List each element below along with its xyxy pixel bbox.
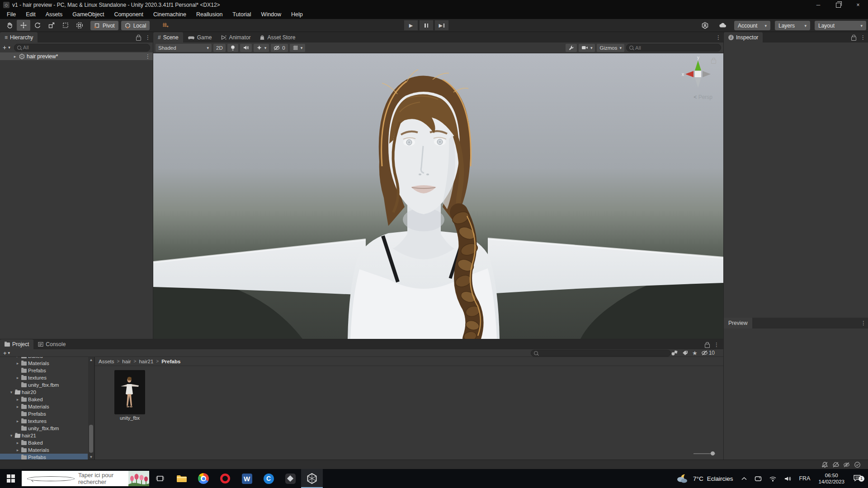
transform-tool-button[interactable] (73, 20, 86, 31)
scale-tool-button[interactable] (45, 20, 58, 31)
start-button[interactable] (0, 469, 22, 488)
hidden-icons-chevron[interactable] (737, 476, 751, 481)
menu-item[interactable]: Window (256, 10, 286, 19)
thumbnail-size-slider[interactable] (693, 451, 715, 456)
menu-item[interactable]: File (2, 10, 21, 19)
tab-project[interactable]: Project (0, 339, 33, 349)
minimize-button[interactable]: ─ (808, 0, 828, 10)
wifi-icon[interactable] (765, 476, 780, 482)
tree-content-divider[interactable] (94, 357, 95, 460)
scene-search-input[interactable]: All (626, 44, 721, 52)
pivot-toggle-button[interactable]: Pivot (90, 21, 118, 30)
layers-dropdown[interactable]: Layers▾ (775, 21, 810, 30)
tree-item[interactable]: ▸ textures (0, 374, 88, 381)
hand-tool-button[interactable] (3, 20, 16, 31)
hidden-objects-button[interactable]: 0 (271, 44, 288, 52)
taskbar-clock[interactable]: 06:50 14/02/2023 (814, 472, 849, 485)
scene-tab-menu-icon[interactable]: ⋮ (715, 34, 722, 41)
step-button[interactable]: ▶ (434, 20, 449, 31)
status-eye-icon[interactable] (843, 461, 850, 468)
taskbar-app-opera[interactable] (214, 469, 236, 488)
volume-icon[interactable] (780, 476, 795, 482)
taskbar-weather[interactable]: 7°C Eclaircies (671, 473, 737, 484)
tree-item[interactable]: Prefabs (0, 367, 88, 374)
disclosure-icon[interactable]: ▸ (15, 419, 20, 423)
tree-item[interactable]: ▾ hair21 (0, 432, 88, 439)
add-object-caret-icon[interactable]: ▾ (8, 45, 10, 50)
tree-item[interactable]: Prefabs (0, 454, 88, 460)
tree-item[interactable]: ▸ Baked (0, 396, 88, 403)
grid-snap-button[interactable] (159, 20, 172, 31)
inspector-menu-icon[interactable]: ⋮ (860, 34, 866, 41)
menu-item[interactable]: Help (286, 10, 308, 19)
preview-menu-icon[interactable]: ⋮ (860, 320, 867, 326)
scroll-down-icon[interactable]: ▼ (88, 455, 94, 459)
tool-settings-button[interactable] (566, 44, 577, 52)
restore-button[interactable] (828, 0, 848, 10)
asset-thumbnail[interactable] (114, 370, 145, 414)
taskbar-app-word[interactable]: W (236, 469, 258, 488)
grid-visibility-dropdown[interactable]: ▾ (290, 44, 306, 52)
disclosure-icon[interactable]: ▸ (15, 441, 20, 445)
disclosure-icon[interactable]: ▸ (15, 448, 20, 452)
hierarchy-menu-icon[interactable]: ⋮ (145, 34, 151, 41)
menu-item[interactable]: Component (109, 10, 148, 19)
create-asset-caret-icon[interactable]: ▾ (8, 351, 10, 355)
taskbar-app-unity-hub[interactable] (279, 469, 301, 488)
viewport-lock-icon[interactable] (711, 59, 716, 65)
breadcrumb-item[interactable]: hair21 (139, 359, 153, 364)
tree-item[interactable]: ▸ Materials (0, 446, 88, 454)
inspector-lock-icon[interactable] (851, 36, 856, 42)
tray-device-icon[interactable] (751, 476, 765, 482)
status-cloud-icon[interactable] (832, 461, 839, 468)
shading-mode-dropdown[interactable]: Shaded▾ (156, 44, 212, 52)
create-asset-button[interactable]: + (3, 350, 7, 357)
slider-knob[interactable] (711, 451, 715, 455)
tab-console[interactable]: Console (33, 339, 70, 349)
hierarchy-search-input[interactable]: All (14, 44, 150, 52)
rect-tool-button[interactable] (59, 20, 72, 31)
effects-dropdown-button[interactable]: ▾ (254, 44, 269, 52)
tree-item[interactable]: ▸ Materials (0, 360, 88, 367)
breadcrumb-item-current[interactable]: Prefabs (161, 359, 180, 364)
layout-dropdown[interactable]: Layout▾ (815, 21, 866, 30)
preview-panel-header[interactable]: Preview ⋮ (724, 318, 868, 328)
taskbar-search-input[interactable]: Taper ici pour rechercher (22, 471, 149, 486)
tab-asset-store[interactable]: Asset Store (255, 32, 300, 42)
close-button[interactable]: × (848, 0, 868, 10)
menu-item[interactable]: Tutorial (227, 10, 256, 19)
taskbar-app-explorer[interactable] (171, 469, 193, 488)
breadcrumb-item[interactable]: hair (122, 359, 131, 364)
favorites-star-icon[interactable]: ★ (692, 350, 698, 357)
tab-hierarchy[interactable]: ≡Hierarchy (0, 32, 38, 42)
audio-toggle-button[interactable] (240, 44, 252, 52)
search-by-type-icon[interactable] (671, 350, 678, 356)
menu-item[interactable]: Assets (41, 10, 68, 19)
account-dropdown[interactable]: Account▾ (734, 21, 770, 30)
tab-animator[interactable]: Animator (216, 32, 255, 42)
taskbar-app-c[interactable]: C (258, 469, 279, 488)
play-button[interactable]: ▶ (404, 20, 418, 31)
tree-item[interactable]: unity_fbx.fbm (0, 425, 88, 432)
menu-item[interactable]: GameObject (67, 10, 109, 19)
tree-item[interactable]: ▸ Baked (0, 439, 88, 446)
scene-viewport[interactable]: y x < Persp (153, 53, 723, 339)
project-menu-icon[interactable]: ⋮ (713, 342, 720, 348)
tab-scene[interactable]: #Scene (153, 32, 183, 42)
collab-icon[interactable] (698, 20, 712, 31)
search-by-label-icon[interactable] (682, 350, 689, 356)
disclosure-icon[interactable]: ▸ (15, 397, 20, 402)
tab-inspector[interactable]: i Inspector (724, 32, 763, 42)
menu-item[interactable]: Reallusion (191, 10, 227, 19)
scroll-up-icon[interactable]: ▲ (88, 358, 94, 362)
task-view-button[interactable] (149, 469, 171, 488)
asset-label[interactable]: unity_fbx (105, 415, 154, 421)
local-toggle-button[interactable]: Local (121, 21, 150, 30)
menu-item[interactable]: Cinemachine (148, 10, 191, 19)
project-lock-icon[interactable] (705, 343, 710, 349)
tab-game[interactable]: Game (183, 32, 217, 42)
disclosure-icon[interactable]: ▸ (15, 361, 20, 366)
language-indicator[interactable]: FRA (795, 475, 814, 482)
tree-item[interactable]: ▸ textures (0, 418, 88, 425)
disclosure-icon[interactable]: ▾ (9, 433, 14, 438)
